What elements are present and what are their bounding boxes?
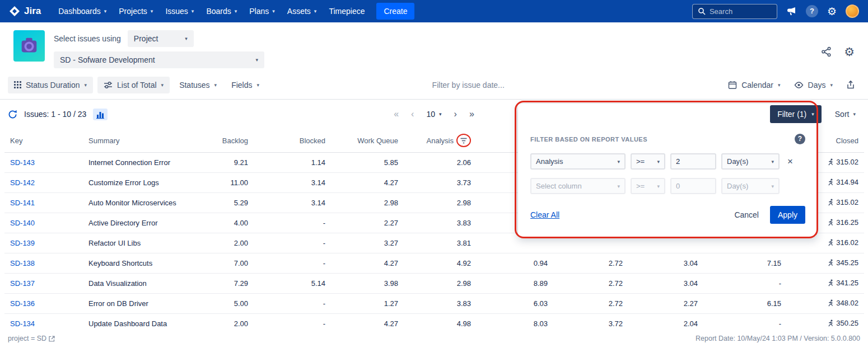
- filter-value-input[interactable]: [670, 153, 716, 170]
- filter-help-icon[interactable]: ?: [795, 134, 805, 144]
- cell-key: SD-142: [4, 173, 83, 193]
- nav-timepiece[interactable]: Timepiece: [323, 0, 371, 22]
- nav-issues[interactable]: Issues▾: [159, 0, 200, 22]
- cell-implementation: 0.94: [477, 253, 553, 274]
- cell-backlog: 4.00: [210, 213, 254, 233]
- last-page-icon[interactable]: »: [469, 109, 474, 119]
- report-meta-label: Report Date: 10/May/24 1:03 PM / Version…: [696, 335, 860, 342]
- sort-select[interactable]: Sort▾: [835, 110, 856, 119]
- cell-hidden-1: 2.72: [553, 294, 628, 314]
- time-unit-select[interactable]: Days▾: [789, 77, 838, 93]
- col-work-queue: Work Queue: [331, 129, 404, 153]
- issue-date-filter-input[interactable]: [432, 81, 556, 90]
- filter-operator-select-empty[interactable]: >=▾: [631, 178, 665, 194]
- cell-blocked: -: [254, 213, 331, 233]
- sprint-runner-icon: [827, 158, 834, 166]
- jira-logo[interactable]: Jira: [9, 6, 41, 17]
- remove-filter-icon[interactable]: ×: [787, 157, 793, 166]
- cell-hidden-3: 6.15: [703, 294, 787, 314]
- col-blocked: Blocked: [254, 129, 331, 153]
- cell-hidden-3: 7.15: [703, 253, 787, 274]
- filter-button[interactable]: Filter (1)▾: [770, 105, 822, 123]
- cell-work-queue: 2.27: [331, 213, 404, 233]
- share-icon[interactable]: [821, 46, 832, 57]
- issue-key-link[interactable]: SD-142: [10, 178, 35, 187]
- issue-key-link[interactable]: SD-137: [10, 279, 35, 288]
- filter-row-empty: Select column▾ >=▾ Day(s)▾: [530, 178, 805, 194]
- megaphone-icon[interactable]: [786, 7, 797, 16]
- issue-key-link[interactable]: SD-136: [10, 299, 35, 308]
- filter-unit-select[interactable]: Day(s)▾: [721, 153, 780, 170]
- statuses-select[interactable]: Statuses▾: [174, 77, 222, 93]
- filter-unit-select-empty[interactable]: Day(s)▾: [721, 178, 780, 194]
- jql-link[interactable]: project = SD: [8, 335, 55, 342]
- filter-value-input-empty[interactable]: [670, 178, 716, 194]
- cell-blocked: -: [254, 253, 331, 274]
- issue-key-link[interactable]: SD-141: [10, 199, 35, 207]
- chevron-down-icon: ▾: [85, 82, 87, 88]
- filter-column-select[interactable]: Analysis▾: [530, 153, 626, 170]
- cell-analysis: 3.73: [404, 173, 477, 193]
- issue-key-link[interactable]: SD-140: [10, 219, 35, 227]
- issue-key-link[interactable]: SD-134: [10, 319, 35, 328]
- refresh-icon[interactable]: [8, 110, 17, 119]
- filter-funnel-icon[interactable]: [460, 138, 467, 144]
- gear-icon[interactable]: ⚙: [827, 6, 837, 17]
- filter-operator-select[interactable]: >=▾: [631, 153, 665, 170]
- chevron-down-icon: ▾: [439, 111, 442, 117]
- filter-column-select-empty[interactable]: Select column▾: [530, 178, 626, 194]
- nav-dashboards[interactable]: Dashboards▾: [52, 0, 113, 22]
- help-icon[interactable]: ?: [806, 5, 818, 17]
- filter-row-active: Analysis▾ >=▾ Day(s)▾ ×: [530, 153, 805, 170]
- cell-key: SD-141: [4, 193, 83, 213]
- export-icon[interactable]: [841, 76, 860, 93]
- global-search[interactable]: [692, 4, 777, 19]
- issue-key-link[interactable]: SD-139: [10, 239, 35, 247]
- nav-boards[interactable]: Boards▾: [200, 0, 243, 22]
- cancel-button[interactable]: Cancel: [734, 210, 759, 219]
- issue-key-link[interactable]: SD-143: [10, 158, 35, 167]
- chart-view-button[interactable]: [93, 109, 108, 120]
- nav-assets[interactable]: Assets▾: [281, 0, 323, 22]
- page-size-select[interactable]: 10▾: [426, 110, 441, 119]
- jira-mark-icon: [9, 6, 20, 17]
- cell-work-queue: 3.27: [331, 233, 404, 253]
- prev-page-icon[interactable]: ‹: [411, 109, 414, 119]
- nav-projects[interactable]: Projects▾: [113, 0, 159, 22]
- chevron-down-icon: ▾: [161, 82, 164, 88]
- first-page-icon[interactable]: «: [394, 109, 399, 119]
- sprint-runner-icon: [827, 259, 834, 266]
- chevron-down-icon: ▾: [235, 8, 237, 14]
- search-input[interactable]: [710, 7, 772, 16]
- cell-hidden-3: -: [703, 274, 787, 294]
- sprint-runner-icon: [827, 219, 834, 226]
- sprint-runner-icon: [827, 178, 834, 186]
- report-type-select[interactable]: Status Duration▾: [8, 77, 93, 93]
- apply-button[interactable]: Apply: [770, 206, 805, 224]
- user-avatar[interactable]: [846, 4, 859, 18]
- project-select[interactable]: SD - Sofware Development▾: [54, 51, 264, 68]
- cell-work-queue: 4.27: [331, 173, 404, 193]
- nav-plans[interactable]: Plans▾: [243, 0, 281, 22]
- clear-all-link[interactable]: Clear All: [530, 210, 559, 219]
- cell-hidden-2: 2.27: [628, 294, 703, 314]
- fields-select[interactable]: Fields▾: [226, 77, 264, 93]
- cell-blocked: 1.14: [254, 153, 331, 173]
- next-page-icon[interactable]: ›: [454, 109, 457, 119]
- chevron-down-icon: ▾: [192, 8, 194, 14]
- cell-work-queue: 2.98: [331, 193, 404, 213]
- cell-backlog: 11.00: [210, 173, 254, 193]
- calendar-select[interactable]: Calendar▾: [723, 77, 785, 93]
- metric-select[interactable]: List of Total▾: [97, 77, 170, 93]
- issue-source-select[interactable]: Project▾: [128, 30, 194, 47]
- settings-gear-icon[interactable]: ⚙: [844, 46, 855, 58]
- cell-summary: Auto Monitor Microservices: [83, 193, 210, 213]
- create-button[interactable]: Create: [376, 3, 414, 20]
- chevron-down-icon: ▾: [255, 57, 258, 63]
- issue-key-link[interactable]: SD-138: [10, 259, 35, 267]
- cell-key: SD-136: [4, 294, 83, 314]
- chevron-down-icon: ▾: [853, 111, 856, 117]
- cell-hidden-1: 2.72: [553, 253, 628, 274]
- chevron-down-icon: ▾: [257, 82, 260, 88]
- cell-closed: 348.02: [787, 294, 864, 314]
